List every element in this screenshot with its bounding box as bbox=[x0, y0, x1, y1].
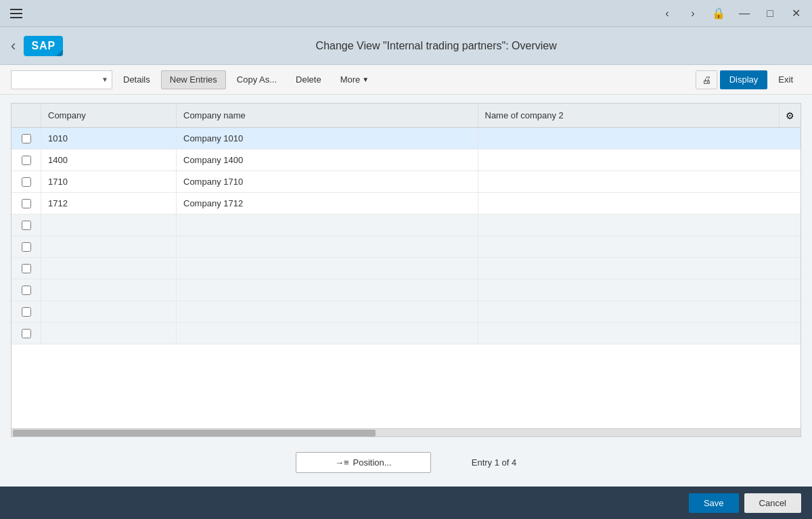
cancel-button[interactable]: Cancel bbox=[744, 493, 801, 513]
company-col-label: Company bbox=[48, 110, 86, 120]
toolbar-select-wrap: ▼ bbox=[11, 70, 112, 89]
row-checkbox-1[interactable] bbox=[22, 156, 31, 165]
empty-row-checkbox-2[interactable] bbox=[22, 264, 31, 273]
table-row-empty bbox=[12, 236, 800, 258]
table-row[interactable]: 1710 Company 1710 bbox=[12, 171, 800, 193]
title-bar-left bbox=[8, 5, 24, 22]
print-button[interactable]: 🖨 bbox=[696, 70, 717, 89]
empty-row-checkbox-5[interactable] bbox=[22, 329, 31, 338]
table-rows-container: 1010 Company 1010 1400 Company 1400 1710… bbox=[12, 128, 800, 344]
cell-company-0: 1010 bbox=[41, 128, 177, 149]
title-bar-right: ‹ › 🔒 — □ ✕ bbox=[659, 5, 804, 22]
lock-button[interactable]: 🔒 bbox=[710, 5, 727, 22]
chevron-down-icon: ▼ bbox=[362, 76, 369, 83]
toolbar: ▼ Details New Entries Copy As... Delete … bbox=[0, 65, 812, 95]
col-company-header: Company bbox=[41, 104, 177, 127]
cell-spacer-2 bbox=[779, 171, 800, 192]
delete-button[interactable]: Delete bbox=[288, 70, 330, 89]
empty-cell-compname2 bbox=[478, 323, 780, 344]
row-checkbox-cell bbox=[12, 128, 41, 149]
empty-cell-spacer bbox=[779, 258, 800, 279]
empty-cell-compname2 bbox=[478, 236, 780, 257]
h-scrollbar[interactable] bbox=[12, 428, 800, 436]
empty-row-checkbox-3[interactable] bbox=[22, 286, 31, 295]
empty-row-checkbox-4[interactable] bbox=[22, 307, 31, 317]
copy-as-button[interactable]: Copy As... bbox=[229, 70, 285, 89]
empty-cell-compname bbox=[177, 258, 478, 279]
table-row[interactable]: 1010 Company 1010 bbox=[12, 128, 800, 150]
minimize-button[interactable]: — bbox=[736, 5, 752, 22]
entry-info: Entry 1 of 4 bbox=[472, 457, 516, 468]
row-checkbox-cell bbox=[12, 150, 41, 171]
save-button[interactable]: Save bbox=[689, 493, 739, 513]
header-bar: ‹ SAP Change View "Internal trading part… bbox=[0, 27, 812, 65]
empty-cell-compname bbox=[177, 279, 478, 300]
row-checkbox-3[interactable] bbox=[22, 199, 31, 208]
details-button[interactable]: Details bbox=[115, 70, 158, 89]
empty-cell-spacer bbox=[779, 323, 800, 344]
back-icon: ‹ bbox=[11, 37, 16, 55]
close-button[interactable]: ✕ bbox=[788, 5, 804, 22]
empty-cell-compname2 bbox=[478, 215, 780, 235]
table-wrapper: Company Company name Name of company 2 ⚙… bbox=[11, 103, 801, 437]
position-button[interactable]: →≡ Position... bbox=[296, 452, 431, 473]
cell-company-3: 1712 bbox=[41, 193, 177, 214]
empty-cell-compname bbox=[177, 215, 478, 235]
table-row-empty bbox=[12, 301, 800, 323]
display-button[interactable]: Display bbox=[720, 70, 768, 89]
empty-cell-company bbox=[41, 236, 177, 257]
new-entries-button[interactable]: New Entries bbox=[161, 70, 226, 89]
sap-logo: SAP bbox=[24, 36, 63, 56]
page-title: Change View "Internal trading partners":… bbox=[71, 40, 801, 52]
row-checkbox-2[interactable] bbox=[22, 177, 31, 187]
cell-spacer-0 bbox=[779, 128, 800, 149]
empty-cell-compname bbox=[177, 323, 478, 344]
position-icon: →≡ bbox=[335, 457, 349, 468]
row-checkbox-0[interactable] bbox=[22, 134, 31, 143]
cell-company-name2-1 bbox=[478, 150, 780, 171]
exit-button[interactable]: Exit bbox=[770, 70, 801, 89]
cell-spacer-1 bbox=[779, 150, 800, 171]
empty-row-checkbox-0[interactable] bbox=[22, 221, 31, 230]
empty-cell-spacer bbox=[779, 215, 800, 235]
row-checkbox-cell bbox=[12, 193, 41, 214]
table-row[interactable]: 1400 Company 1400 bbox=[12, 150, 800, 171]
cell-company-name-0: Company 1010 bbox=[177, 128, 478, 149]
col-company-name-header: Company name bbox=[177, 104, 478, 127]
hamburger-icon bbox=[10, 9, 22, 18]
cell-company-name-2: Company 1710 bbox=[177, 171, 478, 192]
table-row[interactable]: 1712 Company 1712 bbox=[12, 193, 800, 215]
empty-cell-company bbox=[41, 301, 177, 322]
empty-cell-spacer bbox=[779, 279, 800, 300]
empty-cell-company bbox=[41, 258, 177, 279]
empty-cell-spacer bbox=[779, 236, 800, 257]
hamburger-menu-button[interactable] bbox=[8, 5, 24, 22]
empty-check-cell bbox=[12, 279, 41, 300]
maximize-button[interactable]: □ bbox=[762, 5, 778, 22]
company-name2-col-label: Name of company 2 bbox=[485, 110, 564, 120]
empty-check-cell bbox=[12, 258, 41, 279]
company-name-col-label: Company name bbox=[183, 110, 246, 120]
settings-icon: ⚙ bbox=[786, 110, 794, 121]
nav-back-button[interactable]: ‹ bbox=[659, 5, 675, 22]
back-button[interactable]: ‹ bbox=[11, 37, 16, 55]
position-label: Position... bbox=[353, 457, 392, 468]
sap-logo-triangle bbox=[53, 47, 63, 56]
empty-cell-compname bbox=[177, 301, 478, 322]
empty-check-cell bbox=[12, 236, 41, 257]
empty-cell-company bbox=[41, 215, 177, 235]
col-settings[interactable]: ⚙ bbox=[779, 104, 800, 127]
empty-row-checkbox-1[interactable] bbox=[22, 242, 31, 252]
more-button[interactable]: More ▼ bbox=[332, 70, 378, 89]
col-company-name2-header: Name of company 2 bbox=[478, 104, 780, 127]
cell-company-name2-0 bbox=[478, 128, 780, 149]
nav-fwd-button[interactable]: › bbox=[685, 5, 701, 22]
empty-cell-company bbox=[41, 323, 177, 344]
empty-check-cell bbox=[12, 323, 41, 344]
h-scrollbar-thumb[interactable] bbox=[13, 430, 376, 436]
table-header: Company Company name Name of company 2 ⚙ bbox=[12, 104, 800, 128]
toolbar-select[interactable] bbox=[11, 70, 112, 89]
empty-check-cell bbox=[12, 215, 41, 235]
footer: Save Cancel bbox=[0, 487, 812, 519]
empty-cell-compname2 bbox=[478, 258, 780, 279]
